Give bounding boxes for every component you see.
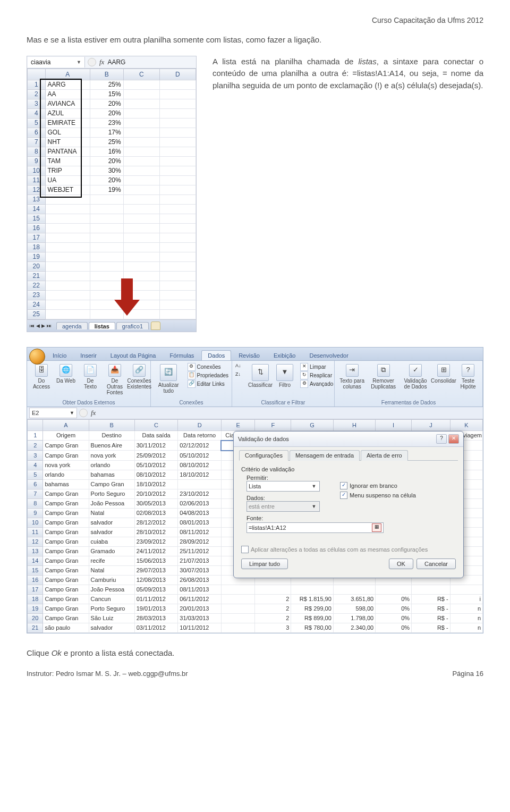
- footer-left: Instrutor: Pedro Ismar M. S. Jr. – web.c…: [27, 670, 188, 678]
- chevron-down-icon: ▼: [70, 410, 74, 416]
- new-sheet-button[interactable]: [151, 322, 160, 330]
- intro-paragraph: Mas e se a lista estiver em outra planil…: [27, 34, 483, 46]
- dialog-title: Validação de dados: [238, 436, 289, 442]
- from-other-button[interactable]: 📥De Outras Fontes: [104, 363, 126, 399]
- from-text-button[interactable]: 📄De Texto: [79, 363, 101, 399]
- fx-icon[interactable]: fx: [99, 58, 104, 66]
- text-to-columns-button[interactable]: ⇥Texto para colunas: [338, 363, 366, 399]
- col-A[interactable]: A: [43, 419, 89, 430]
- props-icon: 📋: [188, 371, 196, 379]
- explanation-paragraph: A lista está na planilha chamada de list…: [212, 56, 483, 332]
- refresh-all-button[interactable]: 🔄Atualizar tudo: [154, 363, 183, 399]
- nav-next-icon[interactable]: ▶: [41, 323, 46, 328]
- ribbon-tab-layout[interactable]: Layout da Página: [104, 350, 163, 360]
- advanced-button[interactable]: ⚙Avançado: [300, 380, 333, 388]
- listas-grid[interactable]: A B C D 1AARG25%2AA15%3AVIANCA20%4AZUL20…: [27, 69, 196, 319]
- ignore-blank-checkbox[interactable]: ✓Ignorar em branco: [340, 482, 416, 489]
- col-F[interactable]: F: [255, 419, 291, 430]
- from-web-button[interactable]: 🌐Da Web: [55, 363, 77, 399]
- name-box[interactable]: ciaavia ▼: [28, 57, 85, 67]
- cancel-formula-icon[interactable]: [79, 409, 88, 417]
- connections-button[interactable]: ⚙Conexões: [188, 363, 228, 371]
- ok-button[interactable]: OK: [389, 559, 413, 569]
- clear-filter-button[interactable]: ✕Limpar: [300, 363, 333, 371]
- consolidate-icon: ⊞: [437, 364, 450, 377]
- close-button[interactable]: ✕: [448, 434, 459, 444]
- source-input[interactable]: =listas!A1:A12 ▦: [246, 522, 384, 533]
- col-C[interactable]: C: [134, 419, 178, 430]
- col-header-B[interactable]: B: [90, 69, 123, 80]
- ribbon-tab-formulas[interactable]: Fórmulas: [164, 350, 201, 360]
- col-E[interactable]: E: [221, 419, 254, 430]
- existing-conn-button[interactable]: 🔗Conexões Existentes: [128, 363, 150, 399]
- consolidate-button[interactable]: ⊞Consolidar: [432, 363, 455, 399]
- sheet-nav-buttons[interactable]: ⏮ ◀ ▶ ⏭: [29, 323, 52, 328]
- dup-icon: ⧉: [377, 364, 390, 377]
- ribbon-tab-dados[interactable]: Dados: [201, 350, 231, 360]
- sheet-tab-bar: ⏮ ◀ ▶ ⏭ agenda listas grafico1: [27, 319, 196, 332]
- page-header: Curso Capacitação da Ufms 2012: [27, 16, 483, 24]
- agenda-grid[interactable]: A B C D E F G H I J K 1 OrigemDestino Da…: [27, 419, 483, 633]
- edit-links-button[interactable]: 🔗Editar Links: [188, 380, 228, 388]
- allow-dropdown[interactable]: Lista▼: [246, 481, 320, 492]
- range-picker-icon[interactable]: ▦: [372, 523, 381, 532]
- formula-bar-value[interactable]: AARG: [107, 58, 125, 66]
- name-box-2-value: E2: [32, 410, 39, 416]
- col-header-D[interactable]: D: [159, 69, 196, 80]
- cancel-button[interactable]: Cancelar: [416, 559, 456, 569]
- apply-to-all-checkbox[interactable]: Aplicar alterações a todas as células co…: [241, 546, 456, 553]
- properties-button[interactable]: 📋Propriedades: [188, 371, 228, 379]
- ribbon-tab-revisao[interactable]: Revisão: [232, 350, 266, 360]
- dlg-tab-config[interactable]: Configurações: [239, 450, 288, 461]
- nav-last-icon[interactable]: ⏭: [46, 323, 52, 328]
- sort-button[interactable]: ⇅Classificar: [249, 363, 271, 399]
- whatif-button[interactable]: ?Teste Hipóte: [457, 363, 479, 399]
- nav-first-icon[interactable]: ⏮: [29, 323, 35, 328]
- permitir-label: Permitir:: [246, 475, 332, 481]
- col-G[interactable]: G: [291, 419, 333, 430]
- name-box-2[interactable]: E2 ▼: [29, 408, 77, 418]
- data-validation-button[interactable]: ✓Validação de Dados: [401, 363, 430, 399]
- data-dropdown: está entre▼: [246, 501, 320, 512]
- ribbon-tab-exibicao[interactable]: Exibição: [267, 350, 302, 360]
- ribbon-tab-desenvolvedor[interactable]: Desenvolvedor: [303, 350, 354, 360]
- remove-dup-button[interactable]: ⧉Remover Duplicatas: [368, 363, 398, 399]
- explain-italic: listas: [359, 57, 377, 66]
- filter-button[interactable]: ▼Filtro: [274, 363, 296, 399]
- sort-desc-icon[interactable]: Z↓: [235, 371, 245, 379]
- sheet-tab-grafico1[interactable]: grafico1: [116, 322, 149, 329]
- red-arrow-icon: [117, 278, 137, 316]
- data-validation-dialog: Validação de dados ? ✕ Configurações Men…: [233, 431, 464, 578]
- conn-icon: ⚙: [188, 363, 196, 371]
- reapply-button[interactable]: ↻Reaplicar: [300, 371, 333, 379]
- connection-icon: 🔗: [133, 364, 146, 377]
- ribbon-tab-inicio[interactable]: Início: [46, 350, 73, 360]
- group-label-external: Obter Dados Externos: [30, 399, 147, 405]
- from-access-button[interactable]: 🗄Do Access: [30, 363, 53, 399]
- dlg-tab-error[interactable]: Alerta de erro: [361, 450, 408, 461]
- excel-listas-screenshot: ciaavia ▼ fx AARG A B: [27, 56, 197, 332]
- ribbon-tab-inserir[interactable]: Inserir: [74, 350, 103, 360]
- help-button[interactable]: ?: [436, 434, 447, 444]
- col-B[interactable]: B: [89, 419, 134, 430]
- office-button-icon[interactable]: [29, 349, 45, 365]
- col-D[interactable]: D: [178, 419, 222, 430]
- select-all-corner[interactable]: [28, 419, 43, 430]
- dlg-tab-input-msg[interactable]: Mensagem de entrada: [290, 450, 360, 461]
- sheet-tab-agenda[interactable]: agenda: [56, 322, 88, 329]
- fx-icon[interactable]: fx: [88, 409, 99, 417]
- col-H[interactable]: H: [333, 419, 375, 430]
- col-header-C[interactable]: C: [123, 69, 159, 80]
- clear-all-button[interactable]: Limpar tudo: [241, 559, 288, 569]
- selection-outline: [40, 79, 82, 198]
- links-icon: 🔗: [188, 380, 196, 388]
- nav-prev-icon[interactable]: ◀: [36, 323, 40, 328]
- dropdown-in-cell-checkbox[interactable]: ✓Menu suspenso na célula: [340, 492, 416, 499]
- col-J[interactable]: J: [412, 419, 450, 430]
- col-K[interactable]: K: [450, 419, 482, 430]
- sort-asc-icon[interactable]: A↓: [235, 363, 245, 370]
- col-I[interactable]: I: [376, 419, 412, 430]
- ttc-icon: ⇥: [346, 364, 359, 377]
- sheet-tab-listas[interactable]: listas: [89, 322, 115, 329]
- cancel-formula-icon[interactable]: [88, 58, 96, 66]
